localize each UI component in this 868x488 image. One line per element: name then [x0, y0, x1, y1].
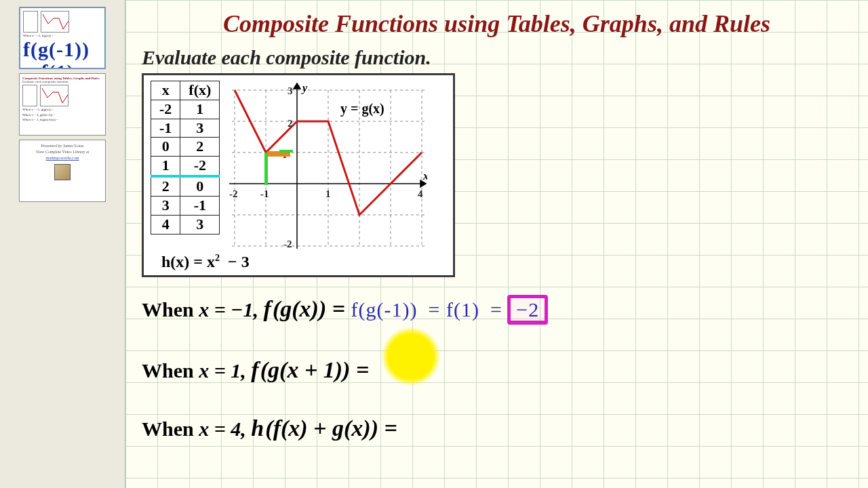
- p1-prefix: When: [142, 298, 199, 321]
- credit-by: Presented by James Sousa: [22, 143, 102, 149]
- slide-thumbnail-panel: When x = -1, f(g(x)) = f(g(-1)) = f(1) =…: [0, 0, 125, 488]
- p2-prefix: When: [142, 359, 199, 382]
- problem-1: When x = −1, f (g(x)) = f(g(-1)) = f(1) …: [142, 295, 852, 325]
- green-y-tick-mark: [279, 150, 293, 152]
- svg-text:3: 3: [288, 85, 293, 96]
- table-row: 43: [151, 215, 220, 234]
- problems: When x = −1, f (g(x)) = f(g(-1)) = f(1) …: [142, 295, 852, 441]
- green-vertical-mark: [264, 152, 268, 185]
- table-row: 3-1: [151, 196, 220, 215]
- table-row-highlight: 1-2: [151, 157, 220, 176]
- p3-expr: h (f(x) + g(x)) =: [251, 415, 397, 441]
- slide-canvas: Composite Functions using Tables, Graphs…: [125, 0, 868, 488]
- p1-expr: f (g(x)) =: [263, 296, 351, 321]
- svg-text:x: x: [422, 170, 427, 182]
- thumbnail-slide-2[interactable]: Composite Functions using Tables, Graphs…: [19, 73, 106, 136]
- p1-work3: =: [490, 298, 502, 321]
- p1-work2: = f(1): [422, 298, 485, 321]
- pencil-icon: [54, 164, 71, 180]
- svg-text:y: y: [301, 82, 308, 94]
- credit-link: mathispower4u.com: [22, 155, 102, 161]
- problem-2: When x = 1, f (g(x + 1)) =: [142, 357, 852, 383]
- thumbnail-slide-3[interactable]: Presented by James Sousa View Complete V…: [19, 140, 106, 202]
- svg-text:4: 4: [418, 188, 423, 199]
- g-graph-svg: y x y = g(x) 3 2 1 -2 -2 -1 1 4: [229, 82, 427, 250]
- svg-text:1: 1: [326, 188, 331, 199]
- reference-panel: x f(x) -21 -13 02 1-2 20 3-1 43: [142, 73, 455, 277]
- yellow-highlight-icon: [382, 327, 440, 386]
- slide-title: Composite Functions using Tables, Graphs…: [142, 9, 852, 38]
- f-table: x f(x) -21 -13 02 1-2 20 3-1 43: [151, 81, 220, 235]
- svg-text:-2: -2: [283, 239, 292, 249]
- table-row: 20: [151, 176, 220, 196]
- p1-answer: −2: [516, 298, 539, 321]
- f-table-head-x: x: [151, 81, 180, 100]
- p3-cond: x = 4,: [199, 418, 246, 440]
- p3-prefix: When: [142, 418, 199, 440]
- problem-3: When x = 4, h (f(x) + g(x)) =: [142, 415, 852, 441]
- p2-cond: x = 1,: [199, 359, 246, 382]
- p1-answer-box: −2: [507, 295, 548, 325]
- svg-text:2: 2: [288, 118, 293, 129]
- p1-work1: f(g(-1)): [351, 298, 418, 321]
- p1-cond: x = −1,: [199, 298, 258, 321]
- svg-marker-14: [294, 83, 300, 89]
- g-graph: y x y = g(x) 3 2 1 -2 -2 -1 1 4: [229, 82, 427, 250]
- svg-text:-1: -1: [260, 188, 269, 199]
- slide-subtitle: Evaluate each composite function.: [142, 46, 852, 69]
- h-function: h(x) = x2 − 3: [161, 253, 446, 271]
- svg-text:y = g(x): y = g(x): [340, 101, 384, 117]
- table-row: -13: [151, 119, 220, 138]
- table-row: -21: [151, 100, 220, 119]
- svg-text:-2: -2: [229, 188, 238, 199]
- f-table-head-fx: f(x): [180, 81, 220, 100]
- credit-lib: View Complete Video Library at: [22, 149, 102, 155]
- thumbnail-slide-1[interactable]: When x = -1, f(g(x)) = f(g(-1)) = f(1) =…: [19, 7, 106, 69]
- table-row: 02: [151, 138, 220, 157]
- p2-expr: f (g(x + 1)) =: [251, 357, 369, 382]
